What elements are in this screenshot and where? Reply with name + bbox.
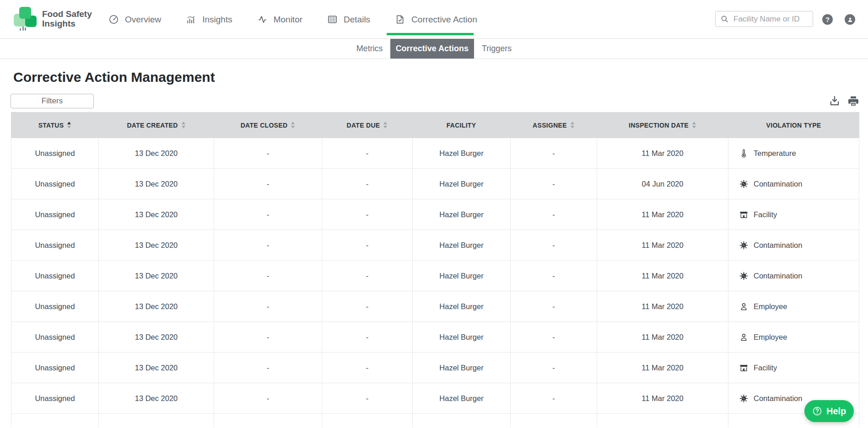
table-row[interactable]: Unassigned 13 Dec 2020 - - Hazel Burger … <box>11 169 859 199</box>
cell-status: Unassigned <box>11 199 99 230</box>
cell-inspection-date: 11 Mar 2020 <box>597 291 728 321</box>
download-icon[interactable] <box>829 95 841 107</box>
germ-icon <box>739 241 749 250</box>
table-row[interactable]: Unassigned 13 Dec 2020 - - Hazel Burger … <box>11 291 859 322</box>
table-row[interactable]: Unassigned 13 Dec 2020 - - Hazel Burger … <box>11 322 859 353</box>
app-header: Food Safety Insights Overview Insights M… <box>0 0 868 39</box>
cell-status: Unassigned <box>11 383 99 413</box>
germ-icon <box>739 179 749 189</box>
cell-date-due: - <box>322 322 413 352</box>
nav-item-corrective-action[interactable]: Corrective Action <box>395 14 477 25</box>
cell-violation-type: Contamination <box>728 261 860 291</box>
cell-date-closed: - <box>214 169 322 199</box>
table-row[interactable]: Unassigned 13 Dec 2020 - - Hazel Burger … <box>11 138 859 169</box>
cell-assignee: - <box>511 169 597 199</box>
violation-label: Employee <box>754 302 787 311</box>
cell-date-closed: - <box>214 199 322 230</box>
nav-item-details[interactable]: Details <box>327 14 370 25</box>
cell-inspection-date: 11 Mar 2020 <box>597 199 728 230</box>
bar-chart-icon <box>186 14 196 25</box>
nav-item-overview[interactable]: Overview <box>108 14 161 25</box>
person-icon <box>739 302 749 311</box>
tab-corrective-actions[interactable]: Corrective Actions <box>390 39 474 59</box>
cell-violation-type: Employee <box>728 322 860 352</box>
tab-triggers[interactable]: Triggers <box>474 39 512 59</box>
cell-date-due: - <box>322 138 413 168</box>
violation-label: Employee <box>754 333 787 342</box>
cell-date-created: 13 Dec 2020 <box>99 291 214 321</box>
cell-facility: Hazel Burger <box>413 169 511 199</box>
cell-date-closed: - <box>214 138 322 168</box>
cell-assignee: - <box>511 230 597 260</box>
tab-metrics[interactable]: Metrics <box>356 39 390 59</box>
table-row[interactable]: Unassigned 13 Dec 2020 - - Hazel Burger … <box>11 199 859 230</box>
cell-status: Unassigned <box>11 169 99 199</box>
column-header-assignee[interactable]: ASSIGNEE <box>510 112 597 138</box>
storefront-icon <box>739 210 749 219</box>
cell-status: Unassigned <box>11 353 99 383</box>
gauge-icon <box>108 14 119 25</box>
cell-status: Unassigned <box>11 261 99 291</box>
activity-icon <box>257 14 268 25</box>
mini-bar-chart-icon <box>20 26 26 31</box>
table-row[interactable]: Unassigned 13 Dec 2020 - - Hazel Burger … <box>11 383 859 414</box>
cell-date-due: - <box>322 199 413 230</box>
violation-label: Facility <box>754 364 777 372</box>
column-header-violation-type: VIOLATION TYPE <box>728 112 859 138</box>
table-header-row: STATUS DATE CREATED DATE CLOSED DATE DUE… <box>11 112 859 138</box>
cell-assignee: - <box>511 353 597 383</box>
column-header-status[interactable]: STATUS <box>11 112 98 138</box>
table-row[interactable]: Unassigned 13 Dec 2020 - - Hazel Burger … <box>11 261 859 291</box>
column-header-date-closed[interactable]: DATE CLOSED <box>214 112 322 138</box>
cell-date-created: 13 Dec 2020 <box>99 138 214 168</box>
storefront-icon <box>739 363 749 373</box>
cell-facility: Hazel Burger <box>413 230 511 260</box>
facility-search <box>715 11 813 27</box>
cell-date-due: - <box>322 353 413 383</box>
cell-status: Unassigned <box>11 322 99 352</box>
violation-label: Contamination <box>754 394 802 403</box>
search-icon <box>720 15 729 23</box>
germ-icon <box>739 394 749 403</box>
column-header-date-due[interactable]: DATE DUE <box>322 112 412 138</box>
cell-date-created: 13 Dec 2020 <box>99 169 214 199</box>
cell-date-created: 13 Dec 2020 <box>99 230 214 260</box>
table-row-partial <box>11 414 859 428</box>
cell-date-closed: - <box>214 230 322 260</box>
cell-date-created: 13 Dec 2020 <box>99 261 214 291</box>
table-row[interactable]: Unassigned 13 Dec 2020 - - Hazel Burger … <box>11 353 859 383</box>
column-header-facility: FACILITY <box>412 112 510 138</box>
help-button[interactable]: Help <box>804 400 854 422</box>
search-input[interactable] <box>733 15 808 24</box>
cell-inspection-date: 11 Mar 2020 <box>597 383 728 413</box>
cell-facility: Hazel Burger <box>413 199 511 230</box>
column-header-inspection-date[interactable]: INSPECTION DATE <box>597 112 728 138</box>
corrective-actions-table: STATUS DATE CREATED DATE CLOSED DATE DUE… <box>11 112 859 428</box>
table-row[interactable]: Unassigned 13 Dec 2020 - - Hazel Burger … <box>11 230 859 261</box>
sort-arrows-icon <box>571 122 574 128</box>
filters-button[interactable]: Filters <box>11 94 94 108</box>
column-header-date-created[interactable]: DATE CREATED <box>98 112 214 138</box>
help-circle-icon <box>812 406 822 416</box>
brand-name: Food Safety Insights <box>42 9 92 28</box>
cell-facility: Hazel Burger <box>413 353 511 383</box>
avatar-icon[interactable] <box>845 14 855 25</box>
cell-assignee: - <box>511 383 597 413</box>
cell-violation-type: Employee <box>728 291 860 321</box>
cell-inspection-date: 11 Mar 2020 <box>597 138 728 168</box>
sort-arrows-icon <box>67 122 71 128</box>
nav-item-insights[interactable]: Insights <box>186 14 232 25</box>
printer-icon[interactable] <box>847 95 859 107</box>
sort-arrows-icon <box>291 122 295 128</box>
brand-logo[interactable]: Food Safety Insights <box>14 6 92 32</box>
cell-violation-type: Contamination <box>728 169 860 199</box>
help-icon[interactable]: ? <box>822 14 833 25</box>
cell-facility: Hazel Burger <box>413 291 511 321</box>
nav-item-monitor[interactable]: Monitor <box>257 14 302 25</box>
violation-label: Temperature <box>754 149 796 158</box>
cell-date-created: 13 Dec 2020 <box>99 199 214 230</box>
active-nav-indicator <box>387 33 474 35</box>
cell-date-due: - <box>322 291 413 321</box>
germ-icon <box>739 271 749 281</box>
cell-date-due: - <box>322 230 413 260</box>
